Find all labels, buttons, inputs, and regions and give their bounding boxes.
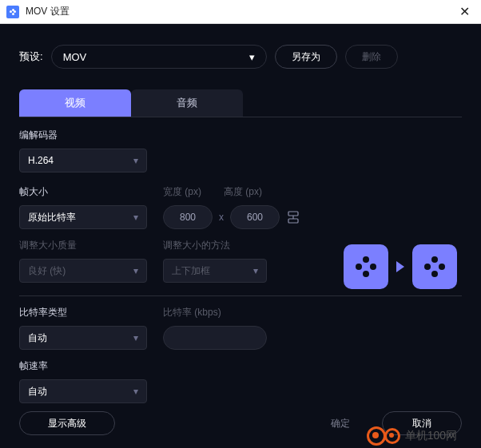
chevron-down-icon: ▾ (249, 51, 255, 63)
bitrate-input (163, 326, 267, 350)
preview-source-icon (344, 244, 388, 289)
preset-value: MOV (63, 51, 87, 63)
footer: 显示高级 确定 取消 (19, 411, 462, 435)
bitrate-type-label: 比特率类型 (19, 306, 147, 319)
titlebar: MOV 设置 ✕ (0, 0, 481, 24)
resize-method-select: 上下加框 ▾ (163, 259, 267, 283)
chevron-down-icon: ▾ (133, 386, 138, 397)
bitrate-label: 比特率 (kbps) (163, 306, 462, 319)
codec-section: 编解码器 H.264 ▾ (19, 117, 462, 172)
resize-method-value: 上下加框 (172, 264, 210, 278)
ok-button[interactable]: 确定 (308, 411, 372, 435)
close-button[interactable]: ✕ (455, 4, 475, 19)
codec-value: H.264 (28, 155, 54, 166)
preset-select[interactable]: MOV ▾ (51, 45, 267, 69)
x-separator: x (219, 212, 224, 223)
chevron-down-icon: ▾ (133, 332, 138, 343)
resize-quality-value: 良好 (快) (28, 264, 66, 278)
app-icon (6, 6, 19, 18)
save-as-button[interactable]: 另存为 (275, 45, 337, 69)
height-input[interactable]: 600 (230, 205, 280, 229)
preset-row: 预设: MOV ▾ 另存为 删除 (19, 45, 462, 69)
resize-quality-select: 良好 (快) ▾ (19, 259, 147, 283)
bitrate-type-select[interactable]: 自动 ▾ (19, 326, 147, 350)
framerate-label: 帧速率 (19, 359, 147, 373)
svg-rect-1 (288, 219, 298, 223)
preset-label: 预设: (19, 50, 43, 64)
framerate-value: 自动 (28, 385, 47, 398)
delete-button: 删除 (345, 45, 398, 69)
chevron-down-icon: ▾ (253, 265, 258, 276)
cancel-button[interactable]: 取消 (382, 411, 462, 435)
width-label: 宽度 (px) (163, 185, 201, 199)
frame-size-label: 帧大小 (19, 185, 147, 199)
divider (19, 295, 462, 296)
tab-video[interactable]: 视频 (19, 89, 131, 117)
chevron-down-icon: ▾ (133, 265, 138, 276)
codec-select[interactable]: H.264 ▾ (19, 149, 147, 172)
framerate-select[interactable]: 自动 ▾ (19, 379, 147, 403)
height-label: 高度 (px) (224, 185, 262, 199)
window-title: MOV 设置 (26, 5, 70, 18)
tabs: 视频 音频 (19, 89, 462, 117)
arrow-right-icon (396, 261, 404, 272)
bitrate-type-value: 自动 (28, 331, 47, 345)
preview-target-icon (412, 244, 457, 289)
chevron-down-icon: ▾ (133, 212, 138, 223)
codec-label: 编解码器 (19, 129, 462, 142)
width-input[interactable]: 800 (163, 205, 213, 229)
frame-size-select[interactable]: 原始比特率 ▾ (19, 205, 147, 229)
resize-preview (344, 244, 457, 289)
svg-rect-0 (288, 212, 298, 216)
resize-quality-label: 调整大小质量 (19, 239, 147, 252)
frame-size-value: 原始比特率 (28, 211, 76, 224)
show-advanced-button[interactable]: 显示高级 (19, 411, 115, 435)
lock-aspect-icon[interactable] (286, 210, 300, 224)
bitrate-row: 比特率类型 自动 ▾ 帧速率 自动 ▾ 比特率 (kbps) (19, 306, 462, 403)
tab-audio[interactable]: 音频 (131, 89, 243, 117)
dialog-content: 预设: MOV ▾ 另存为 删除 视频 音频 编解码器 H.264 ▾ 帧大小 … (0, 24, 481, 448)
chevron-down-icon: ▾ (133, 155, 138, 166)
